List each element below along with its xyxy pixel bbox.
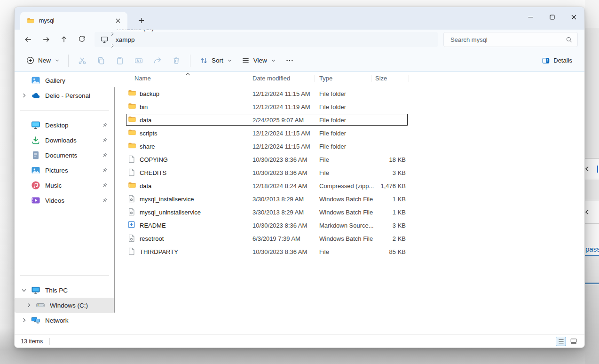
new-tab-button[interactable] xyxy=(133,12,149,28)
delete-button[interactable] xyxy=(167,53,186,69)
sidebar-item-documents[interactable]: Documents xyxy=(15,148,115,163)
view-button[interactable]: View xyxy=(236,53,280,69)
sidebar-divider xyxy=(20,275,109,276)
share-button[interactable] xyxy=(148,53,167,69)
sidebar-item-network[interactable]: Network xyxy=(15,313,115,328)
file-row-resetroot[interactable]: resetroot6/3/2019 7:39 AMWindows Batch F… xyxy=(115,232,584,245)
file-row-backup[interactable]: backup12/12/2024 11:15 AMFile folder xyxy=(115,87,584,100)
sidebar-item-label: Desktop xyxy=(45,122,102,129)
column-separator[interactable] xyxy=(249,75,249,82)
column-header-date-modified[interactable]: Date modified xyxy=(252,75,290,82)
toolbar-separator xyxy=(68,55,69,67)
sidebar-item-windows-c[interactable]: Windows (C:) xyxy=(15,298,115,313)
chevron-down-icon[interactable] xyxy=(20,287,28,293)
toolbar-separator xyxy=(190,55,190,67)
chevron-right-icon[interactable] xyxy=(20,317,28,323)
markdown-icon xyxy=(128,221,136,229)
downloads-icon xyxy=(31,135,40,145)
view-toggles xyxy=(556,337,579,346)
sort-button[interactable]: Sort xyxy=(195,53,236,69)
file-row-scripts[interactable]: scripts12/12/2024 11:15 AMFile folder xyxy=(115,127,584,140)
sidebar-item-label: Network xyxy=(45,317,115,324)
more-options-button[interactable] xyxy=(280,53,299,69)
sidebar-item-gallery[interactable]: Gallery xyxy=(15,73,115,88)
background-window-section xyxy=(585,28,599,158)
search-input[interactable] xyxy=(446,36,566,43)
column-header-size[interactable]: Size xyxy=(375,75,387,82)
sidebar-item-videos[interactable]: Videos xyxy=(15,193,115,208)
sidebar-item-music[interactable]: Music xyxy=(15,178,115,193)
file-type: File folder xyxy=(319,90,346,97)
file-row-bin[interactable]: bin12/12/2024 11:19 AMFile folder xyxy=(115,100,584,113)
thispc-icon xyxy=(31,285,40,295)
file-row-share[interactable]: share12/12/2024 11:15 AMFile folder xyxy=(115,140,584,153)
paste-button[interactable] xyxy=(110,53,129,69)
file-date-modified: 10/30/2023 8:36 AM xyxy=(252,169,307,176)
file-row-data[interactable]: data2/24/2025 9:07 AMFile folder xyxy=(115,113,584,127)
sidebar-item-pictures[interactable]: Pictures xyxy=(15,163,115,178)
file-name: mysql_installservice xyxy=(140,196,194,203)
up-icon[interactable] xyxy=(55,32,73,47)
file-type: File folder xyxy=(319,143,346,150)
file-name: resetroot xyxy=(140,235,164,242)
file-row-credits[interactable]: CREDITS10/30/2023 8:36 AMFile3 KB xyxy=(115,166,584,179)
thumbnail-view-toggle[interactable] xyxy=(568,337,579,346)
tab-close-icon[interactable] xyxy=(112,15,124,26)
tab-mysql[interactable]: mysql xyxy=(20,12,127,30)
zip-icon xyxy=(128,182,136,190)
sidebar-item-downloads[interactable]: Downloads xyxy=(15,133,115,148)
minimize-button[interactable] xyxy=(520,7,541,27)
sidebar-item-this-pc[interactable]: This PC xyxy=(15,283,115,298)
chevron-left-icon xyxy=(584,166,591,172)
file-row-thirdparty[interactable]: THIRDPARTY10/30/2023 8:36 AMFile85 KB xyxy=(115,245,584,258)
sidebar-spacer xyxy=(15,208,115,268)
file-rows: backup12/12/2024 11:15 AMFile folderbin1… xyxy=(115,87,584,258)
breadcrumb-item-xampp[interactable]: xampp xyxy=(112,35,139,45)
maximize-button[interactable] xyxy=(541,7,563,27)
chevron-right-icon[interactable] xyxy=(25,302,32,308)
chevron-down-icon xyxy=(271,58,276,63)
file-icon xyxy=(128,155,136,164)
sidebar-item-desktop[interactable]: Desktop xyxy=(15,118,115,133)
file-row-mysql-installservice[interactable]: mysql_installservice3/30/2013 8:29 AMWin… xyxy=(115,192,584,206)
chevron-right-icon[interactable] xyxy=(20,93,28,98)
status-bar: 13 items xyxy=(15,334,584,348)
copy-button[interactable] xyxy=(92,53,110,69)
new-button[interactable]: New xyxy=(21,53,64,69)
search-icon[interactable] xyxy=(566,36,573,43)
network-icon xyxy=(31,316,40,325)
rename-button[interactable] xyxy=(129,53,148,69)
drive-icon xyxy=(36,301,45,310)
details-button[interactable]: Details xyxy=(537,53,577,69)
sidebar-item-delio-personal[interactable]: Delio - Personal xyxy=(15,88,115,103)
search-box[interactable] xyxy=(443,32,578,47)
sidebar-item-label: This PC xyxy=(45,287,115,294)
folder-icon xyxy=(128,116,136,124)
column-header-type[interactable]: Type xyxy=(319,75,332,82)
file-row-copying[interactable]: COPYING10/30/2023 8:36 AMFile18 KB xyxy=(115,153,584,166)
folder-icon xyxy=(27,17,34,24)
forward-icon[interactable] xyxy=(37,32,55,47)
close-button[interactable] xyxy=(563,7,584,27)
onedrive-icon xyxy=(31,91,40,100)
refresh-icon[interactable] xyxy=(73,32,91,47)
file-date-modified: 2/24/2025 9:07 AM xyxy=(252,117,304,124)
breadcrumb[interactable]: This PCWindows (C:)xamppmysql xyxy=(95,32,438,47)
column-header-name[interactable]: Name xyxy=(134,75,151,82)
main-area: GalleryDelio - PersonalDesktopDownloadsD… xyxy=(15,72,584,334)
back-icon[interactable] xyxy=(19,32,37,47)
cut-button[interactable] xyxy=(73,53,92,69)
column-separator[interactable] xyxy=(315,75,315,82)
details-view-toggle[interactable] xyxy=(556,337,566,346)
background-window-fragment: pass xyxy=(585,0,599,364)
file-row-data[interactable]: data12/18/2024 8:24 AMCompressed (zipp..… xyxy=(115,179,584,192)
file-name: COPYING xyxy=(140,156,168,163)
column-separator[interactable] xyxy=(409,75,409,82)
plus-circle-icon xyxy=(26,56,35,65)
batch-icon xyxy=(128,234,136,243)
column-separator[interactable] xyxy=(371,75,371,82)
pictures-icon xyxy=(31,166,40,175)
file-row-readme[interactable]: README10/30/2023 8:36 AMMarkdown Source.… xyxy=(115,219,584,232)
file-row-mysql-uninstallservice[interactable]: mysql_uninstallservice3/30/2013 8:29 AMW… xyxy=(115,206,584,219)
pin-icon xyxy=(102,167,108,174)
